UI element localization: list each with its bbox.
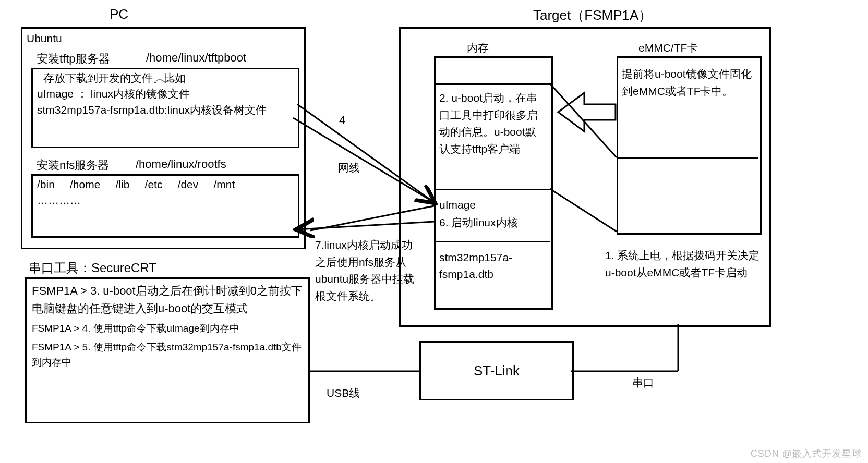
- serial-label: 串口: [632, 375, 654, 390]
- target-title: Target（FSMP1A）: [533, 6, 652, 25]
- tftp-box: 存放下载到开发的文件。比如 uImage ： linux内核的镜像文件 stm3…: [31, 68, 299, 148]
- mem-row2: 2. u-boot启动，在串口工具中打印很多启动的信息。u-boot默认支持tf…: [439, 90, 547, 157]
- usb-label: USB线: [327, 386, 360, 400]
- nfs-body: /bin /home /lib /etc /dev /mnt …………: [33, 176, 298, 210]
- step4-label: 4: [339, 114, 345, 126]
- nfs-box: /bin /home /lib /etc /dev /mnt …………: [31, 174, 299, 238]
- mem-divider-1: [434, 83, 550, 85]
- step1-text: 1. 系统上电，根据拨码开关决定u-boot从eMMC或者TF卡启动: [605, 247, 762, 281]
- crt-line1: FSMP1A > 3. u-boot启动之后在倒计时减到0之前按下电脑键盘的任意…: [32, 282, 303, 318]
- mem-row3: uImage 6. 启动linux内核: [439, 196, 518, 231]
- tftp-header-left: 安装tftp服务器: [37, 51, 110, 67]
- crt-title: 串口工具：SecureCRT: [29, 260, 156, 276]
- nfs-header-right: /home/linux/rootfs: [136, 157, 226, 171]
- emmc-divider: [617, 157, 758, 159]
- crt-body: FSMP1A > 3. u-boot启动之后在倒计时减到0之前按下电脑键盘的任意…: [27, 279, 308, 373]
- pc-title: PC: [110, 6, 128, 22]
- ubuntu-title: Ubuntu: [22, 29, 304, 47]
- stlink-box: ST-Link: [419, 341, 574, 400]
- crt-line3: FSMP1A > 5. 使用tftp命令下载stm32mp157a-fsmp1a…: [32, 339, 303, 370]
- emmc-title: eMMC/TF卡: [638, 41, 698, 55]
- emmc-row1: 提前将u-boot镜像文件固化到eMMC或者TF卡中。: [622, 66, 753, 100]
- diagram-canvas: PC Target（FSMP1A） Ubuntu 安装tftp服务器 /home…: [0, 0, 868, 463]
- mem-title: 内存: [467, 41, 489, 55]
- mem-divider-2: [434, 189, 550, 190]
- crt-line2: FSMP1A > 4. 使用tftp命令下载uImage到内存中: [32, 321, 303, 336]
- tftp-header-right: /home/linux/tftpboot: [146, 51, 246, 65]
- mem-divider-3: [434, 241, 550, 242]
- wire-net-label: 网线: [338, 161, 360, 175]
- mem-row4: stm32mp157a-fsmp1a.dtb: [439, 249, 547, 282]
- nfs-header-left: 安装nfs服务器: [37, 157, 109, 173]
- watermark: CSDN @嵌入式开发星球: [751, 447, 862, 460]
- tftp-body: 存放下载到开发的文件。比如 uImage ： linux内核的镜像文件 stm3…: [33, 69, 298, 119]
- step7-text: 7.linux内核启动成功之后使用nfs服务从ubuntu服务器中挂载根文件系统…: [315, 237, 417, 304]
- stlink-label: ST-Link: [474, 363, 520, 379]
- crt-box: FSMP1A > 3. u-boot启动之后在倒计时减到0之前按下电脑键盘的任意…: [25, 277, 310, 423]
